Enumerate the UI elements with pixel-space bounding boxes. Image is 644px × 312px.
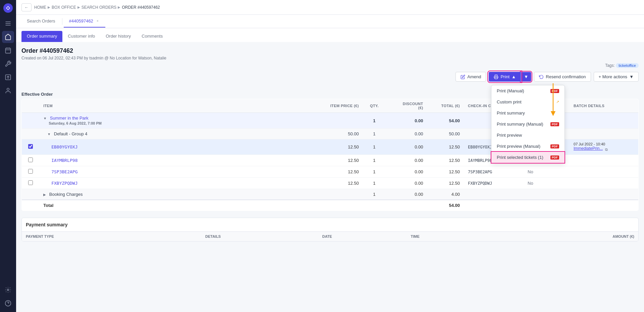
pdf-badge-manual: PDF	[550, 89, 559, 93]
sidebar-item-settings[interactable]	[2, 284, 14, 296]
print-button[interactable]: Print ▲	[489, 72, 521, 82]
print-caret-button[interactable]: ▼	[521, 72, 531, 82]
sidebar-item-help[interactable]	[2, 297, 14, 309]
ticket1-batch-date: 07 Jul 2022 - 10:40	[574, 142, 634, 146]
booking-fulfilled-cell	[524, 189, 570, 200]
tags-row: Tags: ticketoffice	[21, 63, 639, 68]
booking-batch-cell	[570, 189, 638, 200]
event-date: Saturday, 6 Aug 2022, 7:00 PM	[43, 121, 102, 125]
ticket3-total-cell: 12.50	[427, 166, 464, 178]
ticket1-checkbox[interactable]	[28, 144, 33, 149]
ticket1-qty-cell: 1	[363, 139, 386, 155]
group-total-cell: 50.00	[427, 129, 464, 139]
ticket1-total-cell: 12.50	[427, 139, 464, 155]
ticket4-checkbox[interactable]	[28, 180, 33, 185]
ticket1-discount-cell: 0.00	[386, 139, 427, 155]
ticket1-price-cell: 12.50	[317, 139, 363, 155]
ticket2-discount-cell: 0.00	[386, 155, 427, 166]
breadcrumb-search-orders[interactable]: SEARCH ORDERS	[82, 5, 117, 10]
col-batch-header: BATCH DETAILS	[570, 99, 638, 113]
print-caret: ▲	[512, 74, 516, 79]
breadcrumb: HOME ▶ BOX OFFICE ▶ SEARCH ORDERS ▶ ORDE…	[34, 5, 160, 10]
print-button-group: Print ▲ ▼	[489, 72, 531, 82]
more-actions-caret: ▼	[629, 74, 634, 79]
subtab-order-summary[interactable]: Order summary	[21, 31, 62, 42]
group-name-cell: ▼ Default - Group 4	[39, 129, 317, 139]
table-row-ticket-4: FXBYZPQDWJ 12.50 1 0.00 12.50 FXBYZPQDWJ…	[22, 178, 639, 189]
ticket4-checkbox-cell[interactable]	[22, 178, 40, 189]
dropdown-print-preview[interactable]: Print preview	[491, 130, 565, 141]
dropdown-print-manual[interactable]: Print (Manual) PDF	[491, 85, 565, 96]
event-name: Summer in the Park	[50, 116, 89, 121]
amend-button[interactable]: Amend	[455, 72, 486, 82]
event-batch-cell	[570, 113, 638, 129]
table-row-booking-charges: ▶ Booking Charges 1 0.00 4.00	[22, 189, 639, 200]
group-price-cell: 50.00	[317, 129, 363, 139]
sidebar	[0, 0, 16, 312]
dropdown-print-summary-manual[interactable]: Print summary (Manual) PDF	[491, 119, 565, 130]
booking-name-cell: ▶ Booking Charges	[39, 189, 317, 200]
group-batch-cell	[570, 129, 638, 139]
subtab-order-history[interactable]: Order history	[100, 31, 136, 42]
sidebar-item-reports[interactable]	[2, 71, 14, 83]
svg-rect-5	[6, 48, 11, 53]
subtab-comments[interactable]: Comments	[136, 31, 168, 42]
ticket2-checkbox[interactable]	[28, 158, 33, 162]
ticket3-checkbox[interactable]	[28, 169, 33, 174]
breadcrumb-box-office[interactable]: BOX OFFICE	[52, 5, 76, 10]
booking-discount-cell: 0.00	[386, 189, 427, 200]
ticket1-batch-link[interactable]: ImmediatePrin...	[574, 146, 603, 151]
tab-search-orders[interactable]: Search Orders	[21, 15, 61, 28]
order-meta: Created on 06 Jul 2022, 02:43 PM by tsad…	[21, 56, 639, 60]
sidebar-item-tools[interactable]	[2, 58, 14, 70]
group-discount-cell: 0.00	[386, 129, 427, 139]
ticket2-qty-cell: 1	[363, 155, 386, 166]
ticket2-checkbox-cell[interactable]	[22, 155, 40, 166]
dropdown-custom-print[interactable]: Custom print ↗	[491, 96, 565, 107]
ticket2-batch-cell	[570, 155, 638, 166]
ticket1-batch-copy[interactable]: ⧉	[605, 147, 608, 151]
group-expand-icon[interactable]: ▼	[47, 132, 51, 136]
svg-point-11	[7, 88, 9, 91]
breadcrumb-home[interactable]: HOME	[34, 5, 46, 10]
ticket2-price-cell: 12.50	[317, 155, 363, 166]
ticket3-price-cell: 12.50	[317, 166, 363, 178]
event-expand-icon[interactable]: ▼	[43, 117, 47, 120]
back-button[interactable]: ←	[21, 3, 32, 11]
total-discount-cell	[386, 200, 427, 211]
total-checkbox-cell	[22, 200, 40, 211]
group-name: Default - Group 4	[54, 131, 88, 136]
booking-price-cell	[317, 189, 363, 200]
breadcrumb-current: ORDER #440597462	[122, 5, 160, 10]
dropdown-print-selected[interactable]: Print selected tickets (1) PDF	[491, 152, 565, 163]
booking-qty-cell: 1	[363, 189, 386, 200]
col-amount-header: AMOUNT (€)	[490, 232, 638, 241]
ticket3-checkin-cell: 7SP3BE2APG	[464, 166, 524, 178]
ticket1-checkbox-cell[interactable]	[22, 139, 40, 155]
resend-confirmation-button[interactable]: Resend confirmation	[534, 72, 591, 82]
group-checkbox-cell	[22, 129, 40, 139]
dropdown-print-preview-manual[interactable]: Print preview (Manual) PDF	[491, 141, 565, 152]
event-price-cell	[317, 113, 363, 129]
col-date-header: DATE	[318, 232, 407, 241]
breadcrumb-sep-1: ▶	[48, 5, 50, 9]
ticket4-qty-cell: 1	[363, 178, 386, 189]
breadcrumb-sep-3: ▶	[118, 5, 120, 9]
col-details-header: DETAILS	[201, 232, 318, 241]
dropdown-print-summary[interactable]: Print summary	[491, 107, 565, 119]
tab-current-order[interactable]: #440597462 ×	[64, 15, 105, 28]
sidebar-item-customers[interactable]	[2, 85, 14, 97]
total-checkin-cell	[464, 200, 524, 211]
total-label-cell: Total	[39, 200, 317, 211]
sidebar-item-events[interactable]	[2, 44, 14, 56]
pdf-badge-summary-manual: PDF	[550, 122, 559, 126]
sidebar-item-menu[interactable]	[2, 17, 14, 30]
booking-expand-icon[interactable]: ▶	[43, 193, 46, 196]
subtab-customer-info[interactable]: Customer info	[62, 31, 100, 42]
tab-close-button[interactable]: ×	[95, 19, 100, 24]
table-row-ticket-3: 7SP3BE2APG 12.50 1 0.00 12.50 7SP3BE2APG…	[22, 166, 639, 178]
more-actions-button[interactable]: + More actions ▼	[594, 72, 639, 82]
ticket3-checkbox-cell[interactable]	[22, 166, 40, 178]
sidebar-item-home[interactable]	[2, 31, 14, 43]
ticket3-fulfilled-cell: No	[524, 166, 570, 178]
